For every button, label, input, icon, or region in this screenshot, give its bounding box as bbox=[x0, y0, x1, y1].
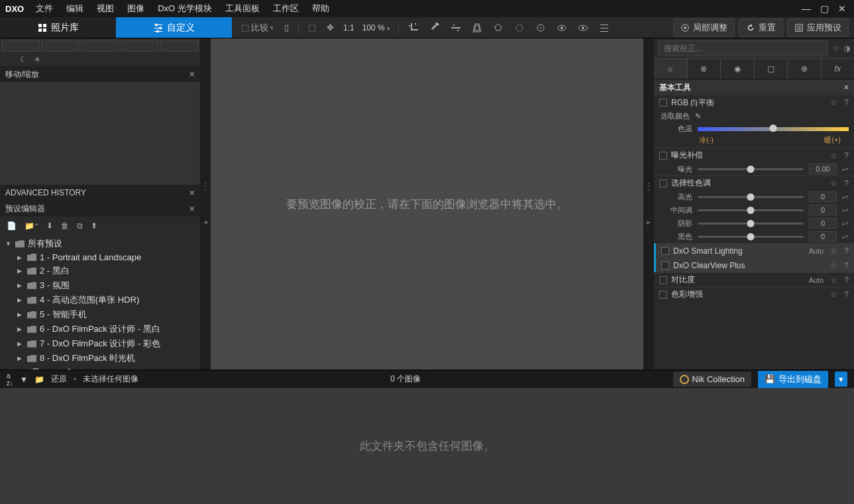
spinner-icon[interactable]: ▴▾ bbox=[842, 166, 849, 172]
menu-edit[interactable]: 编辑 bbox=[60, 3, 90, 15]
midtones-slider[interactable] bbox=[698, 209, 804, 211]
search-input[interactable] bbox=[658, 40, 828, 56]
temp-slider[interactable] bbox=[698, 127, 849, 131]
thumb-cell[interactable] bbox=[1, 40, 40, 52]
menu-image[interactable]: 图像 bbox=[121, 3, 151, 15]
new-folder-icon[interactable]: 📁⁺ bbox=[25, 221, 38, 230]
menu-help[interactable]: 帮助 bbox=[305, 3, 336, 15]
exposure-value[interactable]: 0.00 bbox=[809, 164, 837, 174]
retouch-icon[interactable] bbox=[531, 20, 550, 36]
export-dropdown[interactable]: ▾ bbox=[835, 372, 847, 387]
highlights-slider[interactable] bbox=[698, 196, 804, 198]
wb-row[interactable]: RGB 白平衡 ☆ ? bbox=[654, 95, 854, 110]
clearview-row[interactable]: DxO ClearView Plus ☆ ? bbox=[654, 258, 854, 272]
folder-icon[interactable]: 📁 bbox=[34, 375, 44, 384]
menu-workspace[interactable]: 工作区 bbox=[266, 3, 305, 15]
light-tab-icon[interactable]: ☼ bbox=[654, 59, 688, 79]
exposure-slider[interactable] bbox=[698, 168, 804, 170]
moon-icon[interactable]: ☾ bbox=[20, 55, 27, 64]
local-adjust-button[interactable]: 局部调整 bbox=[673, 19, 735, 37]
minimize-icon[interactable]: — bbox=[802, 3, 811, 14]
contrast-row[interactable]: 对比度 Auto ☆ ? bbox=[654, 272, 854, 287]
color-enhance-row[interactable]: 色彩增强 ☆ ? bbox=[654, 287, 854, 301]
move-icon[interactable]: ✥ bbox=[323, 20, 338, 35]
star-icon[interactable]: ☆ bbox=[830, 276, 837, 285]
new-preset-icon[interactable]: 📄 bbox=[7, 221, 17, 230]
geometry-tab-icon[interactable]: ▢ bbox=[755, 59, 788, 79]
single-view-icon[interactable]: ▯ bbox=[280, 20, 293, 35]
tree-folder[interactable]: ▶1 - Portrait and Landscape bbox=[3, 251, 197, 264]
detail-tab-icon[interactable]: ◉ bbox=[721, 59, 755, 79]
star-icon[interactable]: ☆ bbox=[830, 246, 837, 256]
export-icon[interactable]: ⬇ bbox=[46, 221, 53, 230]
filter-icon[interactable]: ▼ bbox=[20, 375, 28, 384]
right-splitter[interactable]: ⋮▸ bbox=[643, 38, 654, 370]
import-icon[interactable]: ⬆ bbox=[91, 221, 97, 230]
tree-root[interactable]: ▼所有预设 bbox=[3, 236, 197, 251]
polygon-icon[interactable] bbox=[489, 20, 507, 36]
help-icon[interactable]: ? bbox=[841, 246, 849, 256]
checkbox[interactable] bbox=[661, 247, 669, 255]
maximize-icon[interactable]: ▢ bbox=[820, 3, 829, 14]
sun-icon[interactable]: ☀ bbox=[34, 55, 41, 64]
tree-folder[interactable]: ▶2 - 黑白 bbox=[3, 264, 197, 278]
help-icon[interactable]: ? bbox=[841, 290, 849, 299]
reset-button[interactable]: 重置 bbox=[739, 19, 783, 37]
selective-header[interactable]: 选择性色调 ☆ ? bbox=[654, 176, 854, 190]
tree-folder[interactable]: ▶5 - 智能手机 bbox=[3, 307, 197, 322]
nik-collection-button[interactable]: Nik Collection bbox=[673, 372, 751, 387]
local-tab-icon[interactable]: ⊕ bbox=[788, 59, 822, 79]
eyedropper-icon[interactable] bbox=[425, 20, 444, 36]
menu-view[interactable]: 视图 bbox=[90, 3, 121, 15]
perspective-icon[interactable] bbox=[468, 20, 486, 36]
help-icon[interactable]: ? bbox=[841, 98, 849, 107]
blacks-slider[interactable] bbox=[698, 236, 804, 238]
star-icon[interactable]: ☆ bbox=[830, 179, 837, 188]
help-icon[interactable]: ? bbox=[841, 179, 849, 188]
tab-library[interactable]: 照片库 bbox=[0, 17, 116, 38]
menu-optics[interactable]: DxO 光学模块 bbox=[151, 3, 219, 15]
fit-icon[interactable]: ⬚ bbox=[304, 20, 320, 35]
star-icon[interactable]: ☆ bbox=[830, 261, 837, 270]
copy-icon[interactable]: ⧉ bbox=[77, 221, 83, 230]
tree-folder[interactable]: ▶4 - 高动态范围(单张 HDR) bbox=[3, 293, 197, 307]
eye-icon[interactable] bbox=[574, 20, 592, 36]
crop-icon[interactable] bbox=[404, 20, 423, 36]
redeye-icon[interactable] bbox=[553, 20, 571, 36]
star-icon[interactable]: ☆ bbox=[830, 151, 837, 160]
thumb-cell[interactable] bbox=[121, 40, 159, 52]
star-icon[interactable]: ☆ bbox=[832, 44, 839, 53]
export-button[interactable]: 💾导出到磁盘 bbox=[758, 371, 828, 388]
close-icon[interactable]: × bbox=[189, 187, 195, 198]
horizon-icon[interactable] bbox=[447, 20, 465, 36]
close-icon[interactable]: ✕ bbox=[838, 3, 846, 14]
sort-icon[interactable]: az↓ bbox=[7, 372, 13, 387]
checkbox[interactable] bbox=[661, 262, 669, 270]
close-icon[interactable]: × bbox=[844, 83, 849, 92]
close-icon[interactable]: × bbox=[189, 203, 195, 214]
spinner-icon[interactable]: ▴▾ bbox=[842, 220, 849, 227]
spinner-icon[interactable]: ▴▾ bbox=[842, 207, 849, 213]
help-icon[interactable]: ? bbox=[841, 261, 849, 270]
eyedropper-icon[interactable]: ✎ bbox=[695, 112, 701, 121]
delete-icon[interactable]: 🗑 bbox=[61, 221, 69, 230]
smart-lighting-row[interactable]: DxO Smart Lighting Auto ☆ ? bbox=[654, 243, 854, 258]
compare-button[interactable]: ⬚ 比较 ▾ bbox=[237, 19, 278, 36]
close-icon[interactable]: × bbox=[189, 69, 195, 79]
shadows-slider[interactable] bbox=[698, 223, 804, 225]
color-tab-icon[interactable]: ⊗ bbox=[688, 59, 721, 79]
zoom-value[interactable]: 100 % ▾ bbox=[360, 23, 393, 32]
checkbox[interactable] bbox=[659, 179, 667, 187]
checkbox[interactable] bbox=[659, 152, 667, 160]
star-icon[interactable]: ☆ bbox=[830, 290, 837, 299]
tree-folder[interactable]: ▶6 - DxO FilmPack 设计师 - 黑白 bbox=[3, 322, 197, 336]
tree-folder[interactable]: ▶3 - 氛围 bbox=[3, 278, 197, 293]
exposure-header[interactable]: 曝光补偿 ☆ ? bbox=[654, 148, 854, 162]
adjust-icon[interactable] bbox=[595, 20, 614, 36]
restore-label[interactable]: 还原 bbox=[51, 374, 67, 385]
toggle-icon[interactable]: ◑ bbox=[843, 44, 850, 53]
fx-tab-icon[interactable]: fx bbox=[822, 59, 855, 79]
help-icon[interactable]: ? bbox=[841, 276, 849, 285]
checkbox[interactable] bbox=[659, 276, 667, 284]
checkbox[interactable] bbox=[659, 291, 667, 299]
